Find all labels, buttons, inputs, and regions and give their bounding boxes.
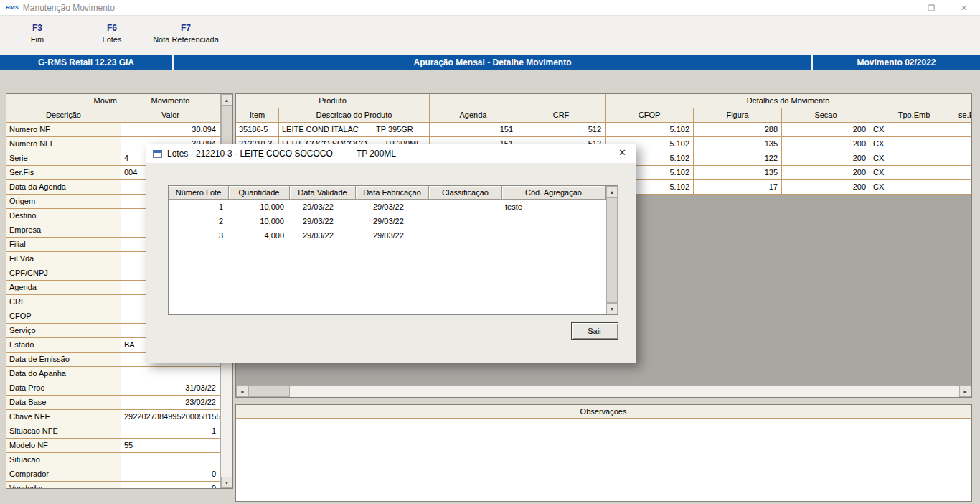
- lote-data-fabricacao: 29/03/22: [356, 200, 429, 214]
- field-label: Filial: [6, 238, 121, 252]
- movement-row-data-base[interactable]: Data Base23/02/22: [6, 396, 220, 410]
- movement-row-chave-nfe[interactable]: Chave NFE2922027384995200058155: [6, 410, 220, 424]
- f3-fim-command[interactable]: F3 Fim: [16, 23, 59, 44]
- lote-numero: 1: [169, 200, 229, 214]
- field-value: 1: [121, 424, 220, 439]
- col-header-classificacao: Classificação: [429, 186, 502, 200]
- lote-cod-agregacao: [502, 214, 606, 228]
- col-header-crf: CRF: [517, 108, 606, 123]
- movement-column-header-row: Descrição Valor: [6, 108, 220, 123]
- scroll-up-icon[interactable]: ▲: [606, 186, 618, 197]
- product-tpo-emb: CX: [870, 166, 958, 180]
- field-label: Numero NFE: [6, 137, 121, 151]
- movement-row-data-proc[interactable]: Data Proc31/03/22: [6, 381, 220, 396]
- lote-cod-agregacao: [502, 228, 606, 243]
- close-button[interactable]: ✕: [948, 0, 980, 16]
- window-titlebar: RMS Manutenção Movimento — ❐ ✕: [0, 0, 980, 16]
- product-figura: 122: [694, 151, 782, 166]
- product-secao: 200: [782, 180, 870, 195]
- col-header-data-validade: Data Validade: [290, 186, 356, 200]
- product-stub-cell: [958, 123, 971, 137]
- sair-button[interactable]: Sair: [571, 322, 618, 340]
- scroll-right-icon[interactable]: ►: [959, 386, 971, 397]
- col-header-figura: Figura: [694, 108, 782, 123]
- lote-quantidade: 10,000: [229, 200, 290, 214]
- observacoes-header: Observações: [236, 405, 971, 419]
- lote-row[interactable]: 1 10,000 29/03/22 29/03/22 teste: [169, 200, 606, 214]
- field-label: Serviço: [6, 324, 121, 338]
- movement-row-situacao-nfe[interactable]: Situacao NFE1: [6, 424, 220, 439]
- field-value: 55: [121, 439, 220, 453]
- field-value: [121, 453, 220, 467]
- f3-key-label: F3: [16, 23, 59, 35]
- product-stub-cell: [958, 180, 971, 195]
- scrollbar-thumb[interactable]: [606, 197, 618, 303]
- product-desc: LEITE COND ITALAC TP 395GR: [279, 123, 430, 137]
- field-label: Empresa: [6, 223, 121, 238]
- scrollbar-track[interactable]: [248, 386, 959, 397]
- scroll-left-icon[interactable]: ◄: [236, 386, 248, 397]
- lotes-dialog: Lotes - 212210-3 - LEITE COCO SOCOCO TP …: [146, 144, 636, 363]
- movement-row-comprador[interactable]: Comprador0: [6, 467, 220, 482]
- movement-row-data-do-apanha[interactable]: Data do Apanha: [6, 367, 220, 381]
- field-label: Agenda: [6, 281, 121, 295]
- minimize-button[interactable]: —: [883, 0, 915, 16]
- sair-rest: air: [593, 327, 602, 335]
- col-header-descricao-do-produto: Descricao do Produto: [279, 108, 430, 123]
- f7-nota-referenciada-command[interactable]: F7 Nota Referenciada: [148, 23, 224, 44]
- field-label: Data de Emissão: [6, 353, 121, 367]
- lotes-header-row: Número Lote Quantidade Data Validade Dat…: [169, 186, 606, 200]
- lote-cod-agregacao: teste: [502, 200, 606, 214]
- movement-row-situacao[interactable]: Situacao: [6, 453, 220, 467]
- lote-numero: 2: [169, 214, 229, 228]
- scroll-down-icon[interactable]: ▼: [221, 477, 232, 488]
- field-label: Estado: [6, 338, 121, 353]
- scroll-up-icon[interactable]: ▲: [221, 94, 232, 106]
- field-value: [121, 367, 220, 381]
- movement-period-header: Movimento 02/2022: [813, 55, 980, 70]
- app-window: RMS Manutenção Movimento — ❐ ✕ F3 Fim F6…: [0, 0, 980, 504]
- lote-data-fabricacao: 29/03/22: [356, 228, 429, 243]
- scroll-down-icon[interactable]: ▼: [606, 303, 618, 314]
- product-item: 35186-5: [236, 123, 279, 137]
- f6-key-label: F6: [90, 23, 133, 35]
- window-controls: — ❐ ✕: [883, 0, 980, 16]
- movement-row-numero-nf[interactable]: Numero NF30.094: [6, 123, 220, 137]
- f3-command-label: Fim: [16, 35, 59, 44]
- lotes-table: Número Lote Quantidade Data Validade Dat…: [168, 185, 618, 315]
- movement-row-vendedor[interactable]: Vendedor0: [6, 482, 220, 488]
- f6-lotes-command[interactable]: F6 Lotes: [90, 23, 133, 44]
- field-label: Origem: [6, 195, 121, 209]
- screen-title-header: Apuração Mensal - Detalhe Movimento: [174, 55, 811, 70]
- field-value: 0: [121, 482, 220, 488]
- lote-classificacao: [429, 214, 502, 228]
- group-header-produto: Produto: [236, 94, 430, 108]
- col-header-quantidade: Quantidade: [229, 186, 290, 200]
- col-header-cod-agregacao: Cód. Agregação: [502, 186, 606, 200]
- movement-row-modelo-nf[interactable]: Modelo NF55: [6, 439, 220, 453]
- maximize-button[interactable]: ❐: [915, 0, 948, 16]
- lote-row[interactable]: 3 4,000 29/03/22 29/03/22: [169, 228, 606, 243]
- field-label: Situacao: [6, 453, 121, 467]
- col-header-secao: Secao: [782, 108, 870, 123]
- group-header-detalhes-do-movimento: Detalhes do Movimento: [606, 94, 971, 108]
- field-label: CFOP: [6, 309, 121, 324]
- product-cfop: 5.102: [606, 123, 694, 137]
- product-horizontal-scrollbar[interactable]: ◄ ►: [236, 385, 971, 397]
- product-group-header-row: Produto Detalhes do Movimento: [236, 94, 971, 108]
- field-value: 31/03/22: [121, 381, 220, 396]
- product-row[interactable]: 35186-5 LEITE COND ITALAC TP 395GR 151 5…: [236, 123, 971, 137]
- col-header-data-fabricacao: Data Fabricação: [356, 186, 429, 200]
- field-label: CRF: [6, 295, 121, 309]
- lotes-vertical-scrollbar[interactable]: ▲ ▼: [606, 186, 618, 314]
- col-header-agenda: Agenda: [430, 108, 517, 123]
- dialog-close-button[interactable]: ✕: [618, 147, 626, 158]
- product-secao: 200: [782, 137, 870, 151]
- field-label: Destino: [6, 209, 121, 223]
- dialog-title: Lotes - 212210-3 - LEITE COCO SOCOCO TP …: [167, 149, 396, 159]
- lote-row[interactable]: 2 10,000 29/03/22 29/03/22: [169, 214, 606, 228]
- scrollbar-thumb[interactable]: [248, 386, 290, 397]
- lote-classificacao: [429, 200, 502, 214]
- scrollbar-track[interactable]: [606, 197, 618, 303]
- f7-command-label: Nota Referenciada: [148, 35, 224, 44]
